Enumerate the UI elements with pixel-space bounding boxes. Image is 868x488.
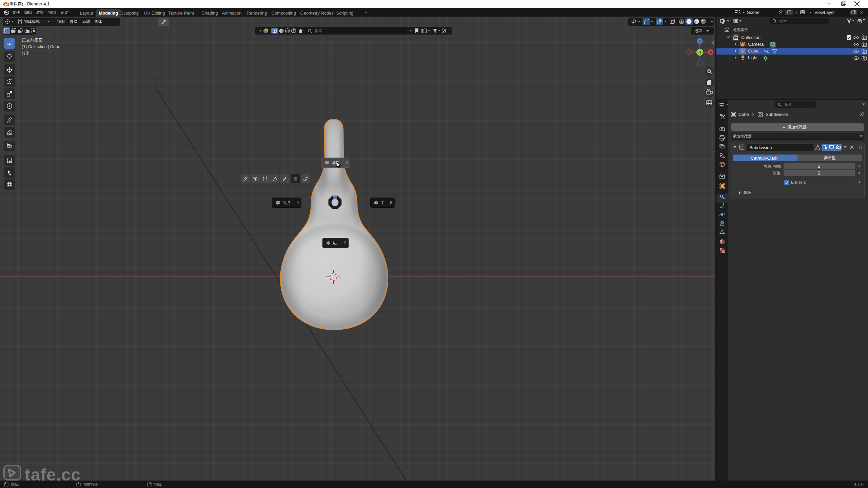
svg-text:Z: Z (699, 39, 701, 43)
svg-text:X: X (710, 50, 712, 54)
svg-text:-Y: -Y (698, 50, 702, 54)
